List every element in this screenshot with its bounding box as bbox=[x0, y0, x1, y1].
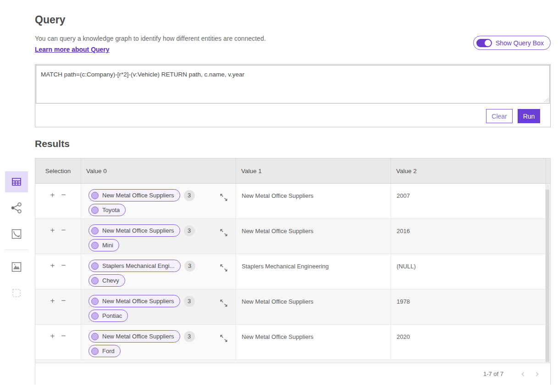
path-count-badge: 3 bbox=[184, 296, 195, 307]
table-row: + − New Metal Office Suppliers 3 Toyota bbox=[35, 184, 550, 219]
path-count-badge: 3 bbox=[184, 190, 195, 201]
query-panel: MATCH path=(c:Company)-[r*2]-(v:Vehicle)… bbox=[35, 64, 551, 127]
entity-dot-icon bbox=[91, 207, 99, 214]
map-icon bbox=[11, 262, 22, 272]
entity-pill-label: Staplers Mechanical Engi... bbox=[102, 262, 175, 269]
scrollbar-thumb[interactable] bbox=[546, 190, 549, 362]
entity-pill-label: New Metal Office Suppliers bbox=[102, 227, 174, 234]
entity-pill[interactable]: Mini bbox=[88, 239, 119, 251]
value2-cell: (NULL) bbox=[391, 254, 546, 289]
remove-from-selection-icon[interactable]: − bbox=[61, 226, 66, 234]
entity-dot-icon bbox=[91, 192, 99, 199]
selection-cell: + − bbox=[35, 184, 81, 218]
entity-pill-label: New Metal Office Suppliers bbox=[102, 333, 174, 340]
toggle-knob bbox=[485, 40, 491, 46]
expand-path-icon[interactable] bbox=[219, 193, 228, 202]
selection-tools-button[interactable] bbox=[5, 283, 28, 304]
chevron-left-icon bbox=[520, 371, 526, 377]
expand-path-icon[interactable] bbox=[219, 263, 228, 272]
previous-page-button[interactable] bbox=[516, 367, 530, 381]
toggle-label: Show Query Box bbox=[496, 39, 544, 47]
entity-pill[interactable]: New Metal Office Suppliers bbox=[88, 295, 180, 307]
value2-cell: 2016 bbox=[391, 219, 546, 254]
remove-from-selection-icon[interactable]: − bbox=[61, 261, 66, 269]
add-to-selection-icon[interactable]: + bbox=[50, 261, 55, 269]
run-button[interactable]: Run bbox=[518, 109, 540, 123]
entity-pill[interactable]: New Metal Office Suppliers bbox=[88, 224, 180, 237]
entity-pill-label: Ford bbox=[102, 348, 115, 354]
add-to-selection-icon[interactable]: + bbox=[50, 191, 55, 199]
entity-pill-label: New Metal Office Suppliers bbox=[102, 298, 174, 305]
table-row: + − New Metal Office Suppliers 3 Pontiac bbox=[35, 289, 550, 325]
entity-dot-icon bbox=[91, 227, 99, 234]
link-chart-view-button[interactable] bbox=[5, 197, 28, 218]
table-icon bbox=[11, 176, 22, 187]
learn-more-link[interactable]: Learn more about Query bbox=[35, 46, 110, 53]
map-view-button[interactable] bbox=[5, 256, 28, 278]
entity-pill[interactable]: Ford bbox=[88, 345, 121, 357]
entity-pill[interactable]: New Metal Office Suppliers bbox=[88, 189, 180, 201]
remove-from-selection-icon[interactable]: − bbox=[61, 297, 66, 305]
results-title: Results bbox=[35, 138, 70, 149]
chart-icon bbox=[11, 229, 22, 239]
entity-pill[interactable]: Chevy bbox=[88, 274, 125, 287]
entity-dot-icon bbox=[91, 277, 99, 284]
value2-cell: 1978 bbox=[391, 289, 546, 324]
value1-cell: New Metal Office Suppliers bbox=[236, 289, 391, 324]
remove-from-selection-icon[interactable]: − bbox=[61, 191, 66, 199]
entity-pill-label: Pontiac bbox=[102, 312, 122, 319]
table-row: + − New Metal Office Suppliers 3 Ford bbox=[35, 325, 550, 360]
clear-button[interactable]: Clear bbox=[486, 109, 513, 123]
table-vertical-scrollbar[interactable] bbox=[545, 184, 550, 363]
results-view-rail bbox=[5, 171, 28, 309]
toggle-switch-icon bbox=[476, 39, 492, 47]
query-input[interactable]: MATCH path=(c:Company)-[r*2]-(v:Vehicle)… bbox=[36, 65, 550, 103]
expand-path-icon[interactable] bbox=[219, 299, 228, 308]
entity-pill[interactable]: Toyota bbox=[88, 204, 126, 216]
link-chart-icon bbox=[11, 202, 22, 214]
expand-path-icon[interactable] bbox=[219, 228, 228, 237]
table-footer: 1-7 of 7 bbox=[35, 363, 550, 385]
page-title: Query bbox=[35, 14, 65, 26]
table-view-button[interactable] bbox=[5, 171, 28, 192]
selection-cell: + − bbox=[35, 254, 81, 289]
value1-cell: New Metal Office Suppliers bbox=[236, 219, 391, 254]
value0-cell: New Metal Office Suppliers 3 Ford bbox=[81, 325, 236, 359]
entity-pill[interactable]: New Metal Office Suppliers bbox=[88, 330, 180, 343]
rail-divider bbox=[5, 250, 28, 250]
chart-view-button[interactable] bbox=[5, 223, 28, 245]
chevron-right-icon bbox=[534, 371, 540, 377]
results-table: Selection Value 0 Value 1 Value 2 + − Ne… bbox=[35, 158, 551, 385]
textarea-resize-handle[interactable] bbox=[543, 97, 549, 103]
value2-cell: 2020 bbox=[391, 325, 546, 359]
entity-dot-icon bbox=[91, 262, 99, 270]
value0-cell: New Metal Office Suppliers 3 Pontiac bbox=[81, 289, 236, 324]
add-to-selection-icon[interactable]: + bbox=[50, 226, 55, 234]
table-row: + − Staplers Mechanical Engi... 3 Chevy bbox=[35, 254, 550, 289]
add-to-selection-icon[interactable]: + bbox=[50, 297, 55, 305]
entity-pill[interactable]: Pontiac bbox=[88, 310, 128, 322]
add-to-selection-icon[interactable]: + bbox=[50, 332, 55, 340]
query-actions: Clear Run bbox=[486, 109, 540, 123]
selection-cell: + − bbox=[35, 289, 81, 324]
expand-path-icon[interactable] bbox=[219, 334, 228, 343]
selection-marquee-icon bbox=[12, 289, 21, 298]
entity-dot-icon bbox=[91, 348, 99, 355]
entity-pill[interactable]: Staplers Mechanical Engi... bbox=[88, 260, 181, 272]
value0-cell: Staplers Mechanical Engi... 3 Chevy bbox=[81, 254, 236, 289]
column-header-value0: Value 0 bbox=[81, 158, 236, 183]
value2-cell: 2007 bbox=[391, 184, 546, 218]
column-header-value2: Value 2 bbox=[391, 158, 546, 183]
page-description: You can query a knowledge graph to ident… bbox=[35, 35, 266, 42]
next-page-button[interactable] bbox=[530, 367, 544, 381]
show-query-box-toggle[interactable]: Show Query Box bbox=[473, 36, 551, 50]
value0-cell: New Metal Office Suppliers 3 Mini bbox=[81, 219, 236, 254]
column-header-selection: Selection bbox=[35, 158, 81, 183]
value1-cell: New Metal Office Suppliers bbox=[236, 184, 391, 218]
path-count-badge: 3 bbox=[184, 225, 195, 236]
pagination-range-label: 1-7 of 7 bbox=[483, 370, 503, 377]
clipped-next-row bbox=[35, 360, 550, 363]
column-header-value1: Value 1 bbox=[236, 158, 391, 183]
remove-from-selection-icon[interactable]: − bbox=[61, 332, 66, 340]
value0-cell: New Metal Office Suppliers 3 Toyota bbox=[81, 184, 236, 218]
